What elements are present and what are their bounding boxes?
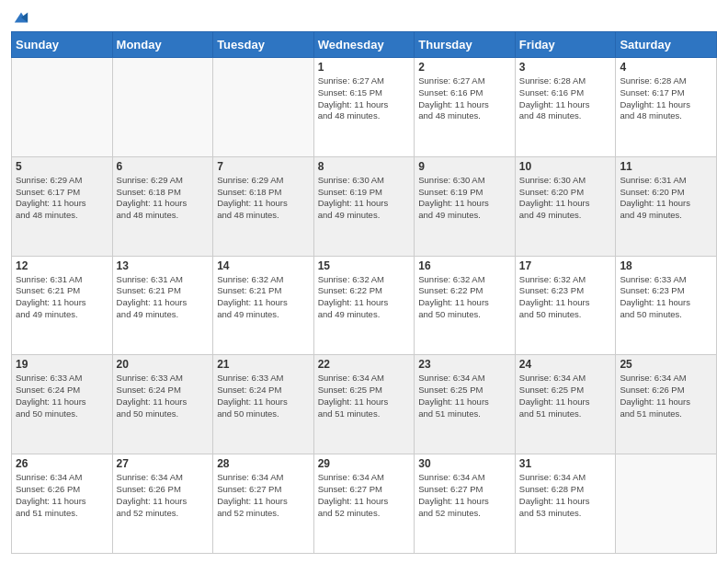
weekday-thursday: Thursday [415,32,516,58]
calendar-cell: 20Sunrise: 6:33 AM Sunset: 6:24 PM Dayli… [112,355,213,454]
day-info: Sunrise: 6:32 AM Sunset: 6:23 PM Dayligh… [519,274,612,321]
weekday-monday: Monday [112,32,213,58]
header [11,9,717,24]
calendar-cell: 26Sunrise: 6:34 AM Sunset: 6:26 PM Dayli… [12,454,113,554]
day-number: 2 [418,61,511,74]
calendar-cell [616,454,717,554]
logo [11,9,29,24]
calendar-cell: 15Sunrise: 6:32 AM Sunset: 6:22 PM Dayli… [313,256,415,355]
day-number: 30 [418,457,511,470]
day-info: Sunrise: 6:30 AM Sunset: 6:19 PM Dayligh… [418,175,511,222]
day-info: Sunrise: 6:34 AM Sunset: 6:25 PM Dayligh… [318,373,411,419]
calendar-cell: 2Sunrise: 6:27 AM Sunset: 6:16 PM Daylig… [415,58,516,157]
calendar-cell [213,58,314,157]
day-info: Sunrise: 6:34 AM Sunset: 6:27 PM Dayligh… [418,472,511,519]
day-info: Sunrise: 6:33 AM Sunset: 6:24 PM Dayligh… [117,373,210,419]
day-number: 12 [16,259,108,272]
weekday-saturday: Saturday [616,32,717,58]
day-info: Sunrise: 6:29 AM Sunset: 6:18 PM Dayligh… [217,175,310,222]
day-info: Sunrise: 6:32 AM Sunset: 6:22 PM Dayligh… [318,274,411,321]
day-number: 6 [117,160,210,173]
day-number: 7 [217,160,310,173]
calendar-week-row: 12Sunrise: 6:31 AM Sunset: 6:21 PM Dayli… [12,256,717,355]
day-info: Sunrise: 6:31 AM Sunset: 6:20 PM Dayligh… [620,175,712,222]
page: SundayMondayTuesdayWednesdayThursdayFrid… [0,0,728,563]
calendar-week-row: 5Sunrise: 6:29 AM Sunset: 6:17 PM Daylig… [12,156,717,256]
day-number: 20 [117,358,210,371]
day-info: Sunrise: 6:28 AM Sunset: 6:17 PM Dayligh… [620,75,712,122]
day-number: 17 [519,259,612,272]
calendar-cell: 30Sunrise: 6:34 AM Sunset: 6:27 PM Dayli… [415,454,516,554]
weekday-friday: Friday [515,32,616,58]
calendar-cell: 27Sunrise: 6:34 AM Sunset: 6:26 PM Dayli… [112,454,213,554]
day-number: 31 [519,457,612,470]
calendar-cell: 3Sunrise: 6:28 AM Sunset: 6:16 PM Daylig… [515,58,616,157]
day-number: 5 [16,160,108,173]
day-number: 23 [418,358,511,371]
calendar-cell: 1Sunrise: 6:27 AM Sunset: 6:15 PM Daylig… [313,58,415,157]
calendar-cell: 21Sunrise: 6:33 AM Sunset: 6:24 PM Dayli… [213,355,314,454]
day-info: Sunrise: 6:34 AM Sunset: 6:27 PM Dayligh… [318,472,411,519]
calendar-cell: 12Sunrise: 6:31 AM Sunset: 6:21 PM Dayli… [12,256,113,355]
day-number: 11 [620,160,712,173]
calendar-cell: 24Sunrise: 6:34 AM Sunset: 6:25 PM Dayli… [515,355,616,454]
day-info: Sunrise: 6:31 AM Sunset: 6:21 PM Dayligh… [16,274,108,321]
day-info: Sunrise: 6:27 AM Sunset: 6:15 PM Dayligh… [318,75,411,122]
calendar-cell: 28Sunrise: 6:34 AM Sunset: 6:27 PM Dayli… [213,454,314,554]
day-number: 9 [418,160,511,173]
calendar-cell: 5Sunrise: 6:29 AM Sunset: 6:17 PM Daylig… [12,156,113,256]
day-number: 22 [318,358,411,371]
day-info: Sunrise: 6:33 AM Sunset: 6:23 PM Dayligh… [620,274,712,321]
day-number: 25 [620,358,712,371]
day-number: 24 [519,358,612,371]
calendar-cell: 17Sunrise: 6:32 AM Sunset: 6:23 PM Dayli… [515,256,616,355]
day-number: 28 [217,457,310,470]
calendar-cell [12,58,113,157]
day-info: Sunrise: 6:30 AM Sunset: 6:19 PM Dayligh… [318,175,411,222]
day-info: Sunrise: 6:29 AM Sunset: 6:18 PM Dayligh… [117,175,210,222]
calendar-cell: 29Sunrise: 6:34 AM Sunset: 6:27 PM Dayli… [313,454,415,554]
calendar-cell: 23Sunrise: 6:34 AM Sunset: 6:25 PM Dayli… [415,355,516,454]
calendar-cell: 7Sunrise: 6:29 AM Sunset: 6:18 PM Daylig… [213,156,314,256]
day-info: Sunrise: 6:32 AM Sunset: 6:22 PM Dayligh… [418,274,511,321]
day-number: 4 [620,61,712,74]
day-info: Sunrise: 6:34 AM Sunset: 6:27 PM Dayligh… [217,472,310,519]
day-info: Sunrise: 6:31 AM Sunset: 6:21 PM Dayligh… [117,274,210,321]
day-info: Sunrise: 6:34 AM Sunset: 6:26 PM Dayligh… [16,472,108,519]
weekday-wednesday: Wednesday [313,32,415,58]
day-number: 15 [318,259,411,272]
calendar-week-row: 26Sunrise: 6:34 AM Sunset: 6:26 PM Dayli… [12,454,717,554]
calendar-cell: 13Sunrise: 6:31 AM Sunset: 6:21 PM Dayli… [112,256,213,355]
day-info: Sunrise: 6:30 AM Sunset: 6:20 PM Dayligh… [519,175,612,222]
calendar-cell: 10Sunrise: 6:30 AM Sunset: 6:20 PM Dayli… [515,156,616,256]
calendar-cell: 22Sunrise: 6:34 AM Sunset: 6:25 PM Dayli… [313,355,415,454]
calendar-week-row: 1Sunrise: 6:27 AM Sunset: 6:15 PM Daylig… [12,58,717,157]
day-info: Sunrise: 6:32 AM Sunset: 6:21 PM Dayligh… [217,274,310,321]
day-number: 18 [620,259,712,272]
day-info: Sunrise: 6:34 AM Sunset: 6:28 PM Dayligh… [519,472,612,519]
calendar-cell: 4Sunrise: 6:28 AM Sunset: 6:17 PM Daylig… [616,58,717,157]
day-number: 19 [16,358,108,371]
day-number: 14 [217,259,310,272]
day-number: 8 [318,160,411,173]
calendar-cell: 18Sunrise: 6:33 AM Sunset: 6:23 PM Dayli… [616,256,717,355]
day-info: Sunrise: 6:33 AM Sunset: 6:24 PM Dayligh… [217,373,310,419]
day-info: Sunrise: 6:27 AM Sunset: 6:16 PM Dayligh… [418,75,511,122]
day-info: Sunrise: 6:34 AM Sunset: 6:26 PM Dayligh… [117,472,210,519]
day-number: 1 [318,61,411,74]
logo-icon [13,9,29,26]
day-number: 13 [117,259,210,272]
calendar-cell: 14Sunrise: 6:32 AM Sunset: 6:21 PM Dayli… [213,256,314,355]
calendar-cell [112,58,213,157]
day-info: Sunrise: 6:34 AM Sunset: 6:26 PM Dayligh… [620,373,712,419]
calendar-cell: 6Sunrise: 6:29 AM Sunset: 6:18 PM Daylig… [112,156,213,256]
day-number: 3 [519,61,612,74]
day-info: Sunrise: 6:29 AM Sunset: 6:17 PM Dayligh… [16,175,108,222]
calendar-cell: 9Sunrise: 6:30 AM Sunset: 6:19 PM Daylig… [415,156,516,256]
day-number: 16 [418,259,511,272]
calendar-cell: 25Sunrise: 6:34 AM Sunset: 6:26 PM Dayli… [616,355,717,454]
day-info: Sunrise: 6:34 AM Sunset: 6:25 PM Dayligh… [418,373,511,419]
day-info: Sunrise: 6:33 AM Sunset: 6:24 PM Dayligh… [16,373,108,419]
calendar-cell: 19Sunrise: 6:33 AM Sunset: 6:24 PM Dayli… [12,355,113,454]
weekday-header-row: SundayMondayTuesdayWednesdayThursdayFrid… [12,32,717,58]
